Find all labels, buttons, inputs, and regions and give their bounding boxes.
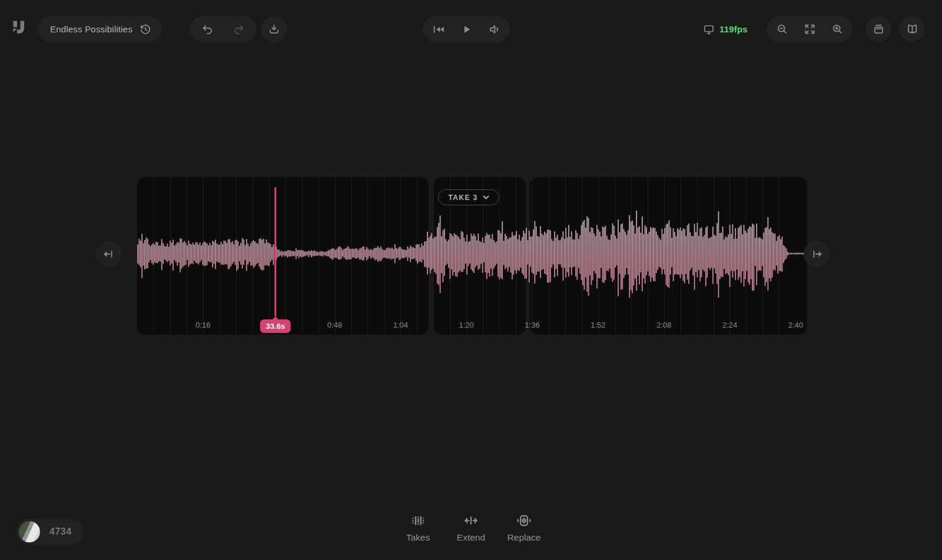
waveform-panel-left[interactable] [137,177,429,335]
volume-button[interactable] [482,17,507,42]
undo-button[interactable] [195,17,220,42]
undo-redo-group [190,16,257,42]
replace-button[interactable]: Replace [502,513,546,543]
project-title-pill[interactable]: Endless Possibilities [38,16,162,42]
zoom-in-button[interactable] [825,17,850,42]
extend-label: Extend [457,532,485,543]
replace-icon [516,513,532,528]
download-button[interactable] [261,16,287,42]
chevron-down-icon [483,195,489,199]
expand-button[interactable] [797,17,822,42]
fps-indicator: 119fps [703,16,748,42]
extend-icon [463,513,479,528]
zoom-controls [767,16,853,42]
take-selector[interactable]: TAKE 3 [438,189,499,205]
action-bar: Takes Extend Replace [396,513,546,543]
take-label: TAKE 3 [448,194,477,202]
udio-logo[interactable] [11,19,27,35]
avatar[interactable] [19,521,40,542]
play-button[interactable] [454,17,479,42]
takes-label: Takes [406,532,430,543]
arrow-left-to-line-button[interactable] [96,241,122,267]
zoom-out-button[interactable] [769,17,794,42]
replace-label: Replace [508,532,541,543]
waveform-timeline[interactable]: 0:160:481:041:201:361:522:082:242:40 TAK… [137,177,807,335]
fps-value: 119fps [719,24,748,34]
takes-icon [410,513,426,528]
playhead[interactable] [274,187,277,316]
history-icon[interactable] [140,24,151,35]
stack-button[interactable] [865,16,891,42]
user-credits-pill[interactable]: 4734 [16,519,84,545]
transport-controls [423,16,510,42]
skip-back-button[interactable] [426,17,451,42]
redo-button[interactable] [226,17,251,42]
waveform-panel-right[interactable] [530,177,807,335]
playhead-time-chip[interactable]: 33.6s [260,319,291,333]
extend-button[interactable]: Extend [449,513,493,543]
project-title: Endless Possibilities [50,24,132,34]
credits-count: 4734 [49,526,72,537]
book-button[interactable] [899,16,925,42]
takes-button[interactable]: Takes [396,513,440,543]
monitor-icon [703,24,715,35]
arrow-right-from-line-button[interactable] [804,241,830,267]
